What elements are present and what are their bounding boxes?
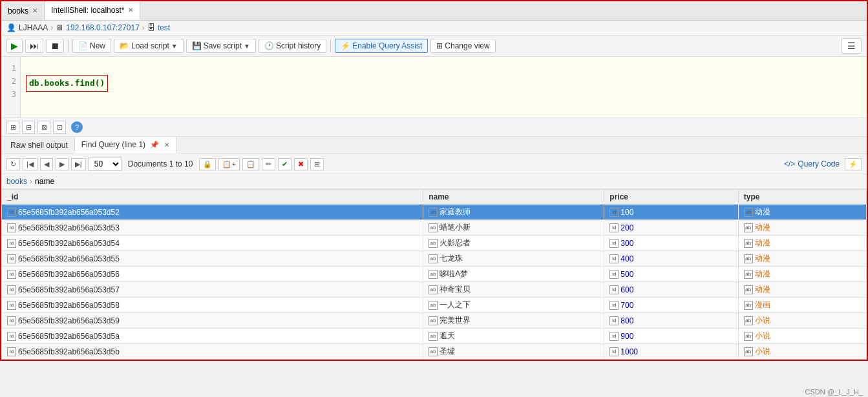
- name-value: 遮天: [439, 331, 455, 341]
- tab-books-label: books: [8, 6, 28, 15]
- table-row[interactable]: id65e5685fb392ab656a053d52ab家庭教师id100ab动…: [2, 205, 867, 220]
- table-row[interactable]: id65e5685fb392ab656a053d5aab遮天id900ab小说: [2, 329, 867, 344]
- table-row[interactable]: id65e5685fb392ab656a053d5bab圣墟id1000ab小说: [2, 344, 867, 360]
- breadcrumb-database[interactable]: test: [158, 23, 170, 32]
- add-doc-button[interactable]: 📋+: [218, 158, 239, 170]
- cell-price: id300: [604, 236, 738, 251]
- id-value: 65e5685fb392ab656a053d58: [18, 301, 120, 310]
- breadcrumb-server[interactable]: 192.168.0.107:27017: [66, 23, 139, 32]
- name-icon: ab: [429, 316, 438, 325]
- first-page-button[interactable]: |◀: [23, 158, 37, 170]
- history-button[interactable]: 🕐 Script history: [259, 39, 326, 53]
- id-icon: id: [7, 270, 16, 279]
- help-icon[interactable]: ?: [71, 121, 83, 133]
- next-page-button[interactable]: ▶: [56, 158, 69, 170]
- delete-button[interactable]: ✖: [294, 158, 308, 170]
- load-dropdown-icon: ▼: [171, 43, 178, 50]
- name-icon: ab: [429, 347, 438, 356]
- breadcrumb: 👤 LJHAAA › 🖥 192.168.0.107:27017 › 🗄 tes…: [1, 21, 867, 36]
- editor-icon-1[interactable]: ⊞: [6, 121, 19, 134]
- query-assist-label: Enable Query Assist: [352, 41, 422, 50]
- table-row[interactable]: id65e5685fb392ab656a053d54ab火影忍者id300ab动…: [2, 236, 867, 251]
- editor-content[interactable]: db.books.find(): [21, 57, 867, 117]
- tab-find-query-close[interactable]: ✕: [164, 141, 169, 148]
- new-icon: 📄: [78, 41, 88, 50]
- results-tabs: Raw shell output Find Query (line 1) 📌 ✕: [1, 137, 867, 154]
- export-button[interactable]: ⊞: [310, 158, 324, 170]
- tab-find-query[interactable]: Find Query (line 1) 📌 ✕: [75, 137, 176, 154]
- tab-intelli-close[interactable]: ✕: [128, 6, 133, 14]
- lock-button[interactable]: 🔒: [199, 158, 216, 170]
- name-icon: ab: [429, 301, 438, 310]
- cell-id: id65e5685fb392ab656a053d54: [2, 236, 423, 251]
- step-button[interactable]: ⏭: [25, 39, 43, 53]
- query-code-button[interactable]: </> Query Code: [784, 159, 840, 168]
- id-icon: id: [7, 254, 16, 263]
- price-icon: id: [609, 208, 619, 217]
- table-row[interactable]: id65e5685fb392ab656a053d53ab蜡笔小新id200ab动…: [2, 220, 867, 236]
- table-row[interactable]: id65e5685fb392ab656a053d59ab完美世界id800ab小…: [2, 313, 867, 329]
- tab-intelli-label: IntelliShell: localhost*: [51, 6, 124, 15]
- stop-button[interactable]: ⏹: [46, 39, 64, 53]
- clone-button[interactable]: 📋: [242, 158, 259, 170]
- tab-books-close[interactable]: ✕: [32, 7, 37, 14]
- query-assist-button[interactable]: ⚡ Enable Query Assist: [335, 39, 428, 53]
- table-row[interactable]: id65e5685fb392ab656a053d56ab哆啦A梦id500ab动…: [2, 267, 867, 282]
- page-size-select[interactable]: 50 25 100: [89, 157, 122, 171]
- col-header-type[interactable]: type: [738, 190, 866, 205]
- editor-icon-3[interactable]: ⊠: [37, 121, 50, 134]
- refresh-button[interactable]: ↻: [6, 158, 20, 170]
- toolbar-right: ☰: [842, 38, 862, 54]
- table-row[interactable]: id65e5685fb392ab656a053d58ab一人之下id700ab漫…: [2, 298, 867, 313]
- price-value: 100: [620, 208, 633, 217]
- line-num-3: 3: [5, 88, 16, 101]
- check-button[interactable]: ✔: [278, 158, 291, 170]
- prev-page-button[interactable]: ◀: [40, 158, 53, 170]
- tab-intelli[interactable]: IntelliShell: localhost* ✕: [45, 1, 140, 20]
- table-breadcrumb-sep: ›: [30, 177, 32, 186]
- name-value: 家庭教师: [439, 207, 471, 218]
- save-button[interactable]: 💾 Save script ▼: [186, 39, 256, 53]
- editor-icon-4[interactable]: ⊡: [53, 121, 66, 134]
- price-icon: id: [609, 347, 619, 356]
- tab-find-query-pin[interactable]: 📌: [150, 141, 159, 148]
- cell-type: ab动漫: [738, 236, 866, 251]
- results-extra-button[interactable]: ⚡: [845, 158, 862, 170]
- sep2: [330, 39, 331, 52]
- load-button[interactable]: 📂 Load script ▼: [114, 39, 184, 53]
- change-view-button[interactable]: ⊞ Change view: [430, 39, 495, 53]
- run-button[interactable]: ▶: [6, 39, 23, 53]
- editor-code[interactable]: db.books.find(): [26, 75, 108, 92]
- table-row[interactable]: id65e5685fb392ab656a053d57ab神奇宝贝id600ab动…: [2, 282, 867, 298]
- cell-name: ab神奇宝贝: [423, 282, 604, 298]
- price-value: 400: [620, 254, 633, 263]
- type-icon: ab: [744, 301, 753, 310]
- table-breadcrumb-collection[interactable]: books: [6, 177, 27, 186]
- cell-type: ab动漫: [738, 205, 866, 220]
- edit-button[interactable]: ✏: [262, 158, 275, 170]
- editor-icon-2[interactable]: ⊟: [22, 121, 35, 134]
- table-header-row: _id name price type: [2, 190, 867, 205]
- name-value: 圣墟: [439, 346, 455, 357]
- new-button[interactable]: 📄 New: [72, 39, 111, 53]
- cell-price: id800: [604, 313, 738, 329]
- tab-books[interactable]: books ✕: [1, 1, 45, 20]
- id-value: 65e5685fb392ab656a053d59: [18, 316, 120, 325]
- id-value: 65e5685fb392ab656a053d53: [18, 223, 120, 232]
- name-value: 七龙珠: [439, 253, 463, 264]
- name-icon: ab: [429, 239, 438, 248]
- cell-type: ab漫画: [738, 298, 866, 313]
- col-header-name[interactable]: name: [423, 190, 604, 205]
- tab-raw-shell[interactable]: Raw shell output: [4, 137, 75, 153]
- toolbar-extra-button[interactable]: ☰: [842, 38, 862, 54]
- col-header-price[interactable]: price: [604, 190, 738, 205]
- last-page-button[interactable]: ▶|: [71, 158, 86, 170]
- doc-range: Documents 1 to 10: [124, 159, 197, 168]
- editor-line-2[interactable]: db.books.find(): [26, 75, 862, 92]
- type-icon: ab: [744, 254, 753, 263]
- col-header-id[interactable]: _id: [2, 190, 423, 205]
- save-dropdown-icon: ▼: [244, 43, 250, 50]
- cell-price: id600: [604, 282, 738, 298]
- breadcrumb-sep2: ›: [142, 23, 145, 32]
- table-row[interactable]: id65e5685fb392ab656a053d55ab七龙珠id400ab动漫: [2, 251, 867, 267]
